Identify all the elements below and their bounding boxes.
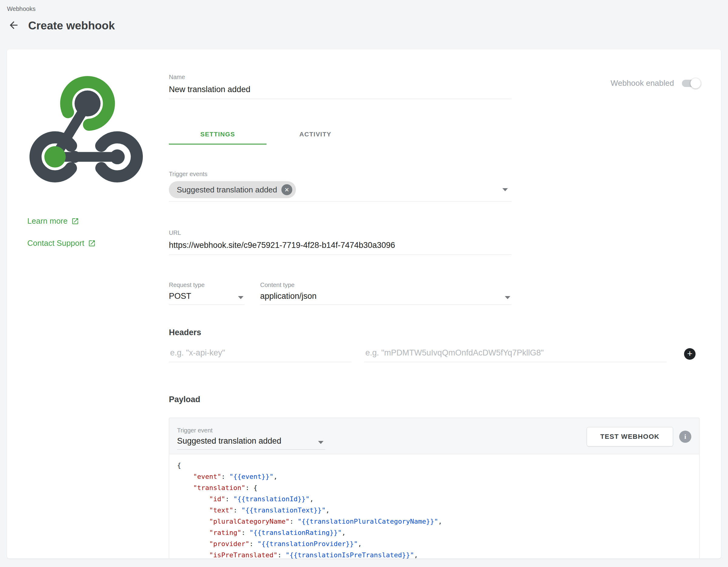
chevron-down-icon (505, 296, 510, 299)
external-link-icon (71, 217, 79, 225)
tab-activity[interactable]: ACTIVITY (267, 124, 364, 145)
chevron-down-icon (502, 188, 508, 191)
content-type-label: Content type (260, 282, 512, 288)
contact-support-label: Contact Support (27, 239, 84, 248)
external-link-icon (88, 240, 96, 247)
payload-trigger-event-label: Trigger event (177, 427, 325, 434)
url-label: URL (169, 230, 512, 237)
learn-more-label: Learn more (27, 217, 68, 226)
chip-remove-icon[interactable]: ✕ (281, 184, 292, 195)
chip-label: Suggested translation added (177, 185, 277, 195)
payload-heading: Payload (169, 395, 699, 404)
name-input[interactable] (169, 85, 512, 99)
left-column: Learn more Contact Support (7, 49, 169, 559)
name-label: Name (169, 74, 512, 81)
back-button[interactable] (7, 19, 20, 32)
chevron-down-icon (238, 296, 243, 299)
trigger-event-chip: Suggested translation added ✕ (169, 181, 296, 198)
webhook-enabled-switch[interactable] (682, 80, 699, 87)
url-input[interactable] (169, 241, 512, 255)
webhook-logo (27, 73, 148, 188)
content-type-value: application/json (260, 291, 317, 301)
tab-settings[interactable]: SETTINGS (169, 124, 267, 145)
payload-code[interactable]: { "event": "{{event}}", "translation": {… (169, 454, 699, 559)
content-type-field: Content type application/json (260, 282, 512, 305)
headers-heading: Headers (169, 328, 699, 337)
payload-trigger-event-field: Trigger event Suggested translation adde… (177, 427, 325, 450)
trigger-events-select[interactable]: Suggested translation added ✕ (169, 181, 512, 202)
url-field: URL (169, 230, 512, 255)
payload-panel-header: Trigger event Suggested translation adde… (169, 418, 699, 454)
header-key-input[interactable] (169, 348, 351, 362)
headers-row: + (169, 348, 699, 362)
info-icon[interactable]: i (679, 431, 691, 443)
contact-support-link[interactable]: Contact Support (27, 239, 169, 248)
request-type-label: Request type (169, 282, 245, 288)
test-webhook-button[interactable]: TEST WEBHOOK (587, 427, 673, 446)
form-column: Webhook enabled Name SETTINGS ACTIVITY T… (169, 49, 721, 559)
trigger-events-field: Trigger events Suggested translation add… (169, 171, 512, 202)
request-content-row: Request type POST Content type applicati… (169, 282, 699, 305)
webhook-card: Learn more Contact Support Webhook enabl… (7, 49, 721, 559)
header-value-input[interactable] (364, 348, 666, 362)
topbar: Webhooks Create webhook (0, 0, 728, 34)
content-type-select[interactable]: application/json (260, 291, 512, 305)
name-field: Name (169, 74, 512, 99)
page-title: Create webhook (28, 19, 115, 32)
payload-trigger-event-select[interactable]: Suggested translation added (177, 436, 325, 450)
payload-panel: Trigger event Suggested translation adde… (169, 418, 699, 559)
chevron-down-icon (318, 441, 324, 444)
plus-icon: + (687, 349, 693, 358)
create-webhook-page: Webhooks Create webhook (0, 0, 728, 567)
tab-bar: SETTINGS ACTIVITY (169, 124, 699, 145)
breadcrumb: Webhooks (7, 0, 721, 12)
switch-knob (690, 78, 701, 89)
webhook-enabled-toggle-row: Webhook enabled (611, 79, 699, 88)
request-type-field: Request type POST (169, 282, 245, 305)
payload-trigger-event-value: Suggested translation added (177, 436, 281, 446)
add-header-button[interactable]: + (684, 348, 696, 360)
request-type-value: POST (169, 291, 191, 301)
webhook-enabled-label: Webhook enabled (611, 79, 674, 88)
arrow-back-icon (8, 19, 19, 32)
request-type-select[interactable]: POST (169, 291, 245, 305)
learn-more-link[interactable]: Learn more (27, 217, 169, 226)
trigger-events-label: Trigger events (169, 171, 512, 178)
